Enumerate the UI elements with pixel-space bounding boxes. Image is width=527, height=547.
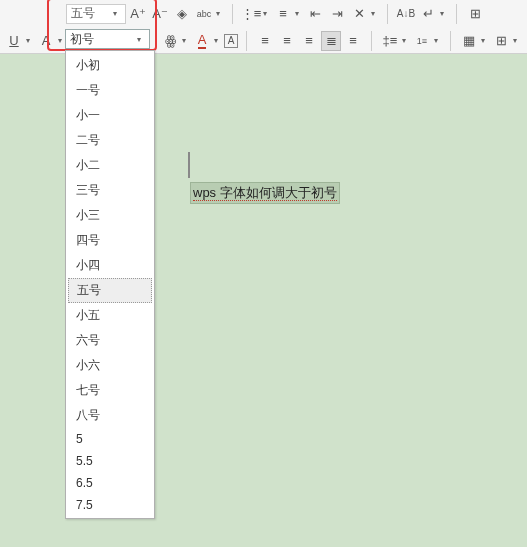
separator — [232, 4, 233, 24]
font-size-option[interactable]: 一号 — [66, 78, 154, 103]
highlight-icon[interactable]: ꙮ — [160, 31, 180, 51]
align-center-icon[interactable]: ≡ — [277, 31, 297, 51]
font-size-selector[interactable]: 五号 ▾ — [66, 4, 126, 24]
numbering-icon[interactable]: ≡ — [273, 4, 293, 24]
line-spacing-icon[interactable]: ‡≡ — [380, 31, 400, 51]
font-size-option[interactable]: 小初 — [66, 53, 154, 78]
font-size-option[interactable]: 5.5 — [66, 450, 154, 472]
font-size-option[interactable]: 7.5 — [66, 494, 154, 516]
wrap-icon[interactable]: ↵ — [418, 4, 438, 24]
toolbar-row-1: 五号 ▾ A⁺ A⁻ ◈ abc ▾ ⋮≡▾ ≡▾ ⇤ ⇥ ✕▾ A↓B ↵▾ … — [0, 0, 527, 27]
font-size-option[interactable]: 5 — [66, 428, 154, 450]
font-size-input[interactable]: 初号 ▾ — [65, 29, 150, 49]
font-size-option[interactable]: 6.5 — [66, 472, 154, 494]
font-size-option[interactable]: 四号 — [66, 228, 154, 253]
separator — [371, 31, 372, 51]
font-size-value: 初号 — [70, 31, 94, 48]
font-size-option[interactable]: 八号 — [66, 403, 154, 428]
font-effect-icon[interactable]: A — [36, 31, 56, 51]
font-size-option[interactable]: 小三 — [66, 203, 154, 228]
separator — [450, 31, 451, 51]
font-color-icon[interactable]: A — [192, 31, 212, 51]
clear-format-icon[interactable]: ◈ — [172, 4, 192, 24]
increase-font-icon[interactable]: A⁺ — [128, 4, 148, 24]
font-size-option[interactable]: 小五 — [66, 303, 154, 328]
align-left-icon[interactable]: ≡ — [255, 31, 275, 51]
selected-text[interactable]: wps 字体如何调大于初号 — [190, 182, 340, 204]
separator — [246, 31, 247, 51]
font-size-option[interactable]: 五号 — [68, 278, 152, 303]
borders-icon[interactable]: ⊞ — [491, 31, 511, 51]
chevron-down-icon: ▾ — [137, 35, 145, 44]
toolbar: 五号 ▾ A⁺ A⁻ ◈ abc ▾ ⋮≡▾ ≡▾ ⇤ ⇥ ✕▾ A↓B ↵▾ … — [0, 0, 527, 54]
font-size-option[interactable]: 小四 — [66, 253, 154, 278]
align-justify-icon[interactable]: ≣ — [321, 31, 341, 51]
font-size-label: 五号 — [71, 5, 95, 22]
font-size-option[interactable]: 小二 — [66, 153, 154, 178]
decrease-indent-icon[interactable]: ⇤ — [305, 4, 325, 24]
underline-icon[interactable]: U — [4, 31, 24, 51]
phonetic-icon[interactable]: abc — [194, 4, 214, 24]
align-right-icon[interactable]: ≡ — [299, 31, 319, 51]
bullets-icon[interactable]: ⋮≡ — [241, 4, 261, 24]
text-cursor — [188, 152, 190, 178]
font-size-dropdown[interactable]: 小初一号小一二号小二三号小三四号小四五号小五六号小六七号八号55.56.57.5 — [65, 50, 155, 519]
para-number-icon[interactable]: 1≡ — [412, 31, 432, 51]
font-size-option[interactable]: 七号 — [66, 378, 154, 403]
font-size-option[interactable]: 小一 — [66, 103, 154, 128]
shading-icon[interactable]: ▦ — [459, 31, 479, 51]
font-size-option[interactable]: 二号 — [66, 128, 154, 153]
font-size-option[interactable]: 小六 — [66, 353, 154, 378]
font-size-option[interactable]: 六号 — [66, 328, 154, 353]
chevron-down-icon[interactable]: ▾ — [216, 9, 224, 18]
separator — [456, 4, 457, 24]
chevron-down-icon: ▾ — [113, 9, 121, 18]
decrease-font-icon[interactable]: A⁻ — [150, 4, 170, 24]
align-distribute-icon[interactable]: ≡ — [343, 31, 363, 51]
increase-indent-icon[interactable]: ⇥ — [327, 4, 347, 24]
table-icon[interactable]: ⊞ — [465, 4, 485, 24]
char-border-icon[interactable]: A — [224, 34, 238, 48]
tab-icon[interactable]: ✕ — [349, 4, 369, 24]
text-direction-icon[interactable]: A↓B — [396, 4, 416, 24]
font-size-option[interactable]: 三号 — [66, 178, 154, 203]
separator — [387, 4, 388, 24]
